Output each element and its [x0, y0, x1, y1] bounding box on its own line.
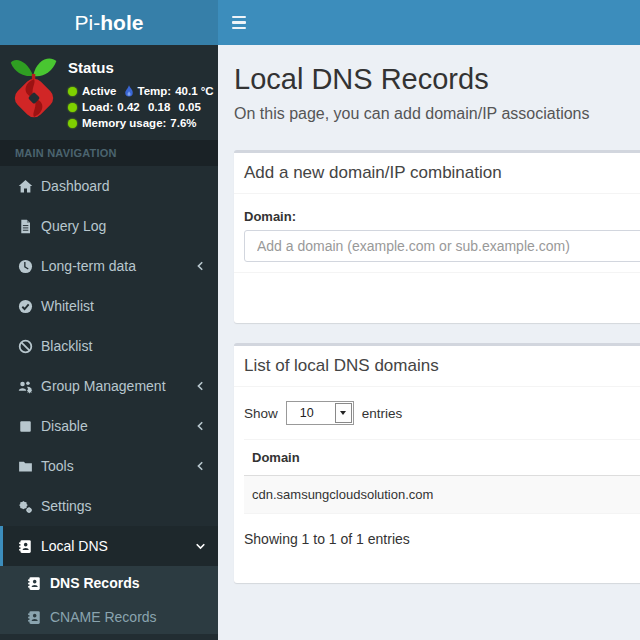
- sidebar-item-tools[interactable]: Tools: [0, 446, 218, 486]
- domain-cell: cdn.samsungcloudsolution.com: [244, 476, 640, 514]
- pihole-logo[interactable]: Pi-hole: [0, 0, 218, 45]
- clock-icon: [15, 259, 35, 274]
- add-domain-panel: Add a new domain/IP combination Domain:: [234, 150, 640, 323]
- file-icon: [15, 219, 35, 234]
- page-size-select[interactable]: 10: [286, 401, 354, 425]
- users-gear-icon: [15, 379, 35, 394]
- logo-text-bold: hole: [100, 11, 143, 35]
- chevron-left-icon: [195, 461, 206, 472]
- status-active-line: Active Temp: 40.1 °C: [68, 83, 214, 99]
- sidebar: Status Active Temp: 40.1 °C Load: 0.42 0…: [0, 45, 218, 640]
- top-header: Pi-hole: [0, 0, 640, 45]
- sidebar-item-label: Disable: [41, 418, 88, 434]
- select-arrow-icon: [335, 403, 352, 423]
- status-memory-label: Memory usage:: [82, 115, 166, 131]
- domain-input[interactable]: [244, 230, 640, 262]
- chevron-down-icon: [195, 541, 206, 552]
- status-panel: Status Active Temp: 40.1 °C Load: 0.42 0…: [0, 45, 218, 140]
- status-memory-line: Memory usage: 7.6%: [68, 115, 214, 131]
- add-domain-panel-footer: [234, 272, 640, 323]
- show-label: Show: [244, 406, 278, 421]
- load-5min: 0.18: [148, 101, 170, 113]
- address-book-icon: [24, 576, 44, 591]
- load-15min: 0.05: [179, 101, 201, 113]
- home-icon: [15, 179, 35, 194]
- address-book-icon: [15, 539, 35, 554]
- chevron-left-icon: [195, 381, 206, 392]
- sidebar-item-query-log[interactable]: Query Log: [0, 206, 218, 246]
- status-load-line: Load: 0.42 0.18 0.05: [68, 99, 214, 115]
- sidebar-subitem-cname-records[interactable]: CNAME Records: [0, 600, 218, 634]
- sidebar-item-label: Group Management: [41, 378, 166, 394]
- dns-list-panel: List of local DNS domains Show 10 entrie…: [234, 343, 640, 583]
- sidebar-item-disable[interactable]: Disable: [0, 406, 218, 446]
- sidebar-subitem-label: DNS Records: [50, 575, 139, 591]
- sidebar-item-local-dns[interactable]: Local DNS: [0, 526, 218, 566]
- column-header-domain[interactable]: Domain: [244, 440, 640, 476]
- top-navbar: [218, 0, 640, 45]
- temperature-icon: [123, 85, 135, 98]
- status-temp-label: Temp:: [138, 83, 172, 99]
- dns-domains-table: Domain cdn.samsungcloudsolution.com: [244, 439, 640, 514]
- sidebar-subitem-label: CNAME Records: [50, 609, 157, 625]
- status-ok-icon: [68, 87, 77, 96]
- sidebar-item-label: Whitelist: [41, 298, 94, 314]
- status-ok-icon: [68, 103, 77, 112]
- sidebar-subitem-dns-records[interactable]: DNS Records: [0, 566, 218, 600]
- dns-list-panel-title: List of local DNS domains: [234, 346, 640, 387]
- sidebar-item-group-management[interactable]: Group Management: [0, 366, 218, 406]
- sidebar-item-label: Blacklist: [41, 338, 92, 354]
- sidebar-item-whitelist[interactable]: Whitelist: [0, 286, 218, 326]
- sidebar-item-dashboard[interactable]: Dashboard: [0, 166, 218, 206]
- sidebar-menu: Dashboard Query Log Long-term data White…: [0, 166, 218, 566]
- sidebar-item-label: Query Log: [41, 218, 106, 234]
- page-title: Local DNS Records: [234, 63, 640, 96]
- raspberry-logo-icon: [8, 55, 60, 132]
- status-active-label: Active: [82, 83, 117, 99]
- table-header-row: Domain: [244, 440, 640, 476]
- table-summary: Showing 1 to 1 of 1 entries: [244, 531, 640, 547]
- entries-label: entries: [362, 406, 403, 421]
- local-dns-submenu: DNS Records CNAME Records: [0, 566, 218, 634]
- load-1min: 0.42: [117, 101, 139, 113]
- content-wrapper: Local DNS Records On this page, you can …: [218, 45, 640, 640]
- sidebar-item-long-term-data[interactable]: Long-term data: [0, 246, 218, 286]
- hamburger-icon: [218, 16, 260, 30]
- address-book-icon: [24, 610, 44, 625]
- sidebar-item-label: Tools: [41, 458, 74, 474]
- page-subtitle: On this page, you can add domain/IP asso…: [234, 105, 640, 123]
- chevron-left-icon: [195, 421, 206, 432]
- table-length-control: Show 10 entries: [244, 401, 640, 425]
- status-load-label: Load:: [82, 99, 113, 115]
- domain-field-label: Domain:: [244, 209, 640, 224]
- status-title: Status: [68, 59, 214, 76]
- status-temp-value: 40.1 °C: [175, 83, 213, 99]
- page-size-value: 10: [287, 402, 334, 424]
- folder-icon: [15, 459, 35, 474]
- nav-section-header: MAIN NAVIGATION: [0, 140, 218, 166]
- status-memory-value: 7.6%: [170, 115, 196, 131]
- status-ok-icon: [68, 119, 77, 128]
- chevron-left-icon: [195, 261, 206, 272]
- stop-icon: [15, 419, 35, 434]
- sidebar-item-blacklist[interactable]: Blacklist: [0, 326, 218, 366]
- sidebar-item-label: Dashboard: [41, 178, 110, 194]
- check-circle-icon: [15, 299, 35, 314]
- sidebar-item-label: Settings: [41, 498, 92, 514]
- table-row[interactable]: cdn.samsungcloudsolution.com: [244, 476, 640, 514]
- sidebar-item-label: Long-term data: [41, 258, 136, 274]
- gears-icon: [15, 499, 35, 514]
- sidebar-item-settings[interactable]: Settings: [0, 486, 218, 526]
- ban-icon: [15, 339, 35, 354]
- logo-text-prefix: Pi-: [75, 11, 101, 35]
- sidebar-item-label: Local DNS: [41, 538, 108, 554]
- add-domain-panel-title: Add a new domain/IP combination: [234, 153, 640, 194]
- sidebar-toggle-button[interactable]: [218, 0, 260, 45]
